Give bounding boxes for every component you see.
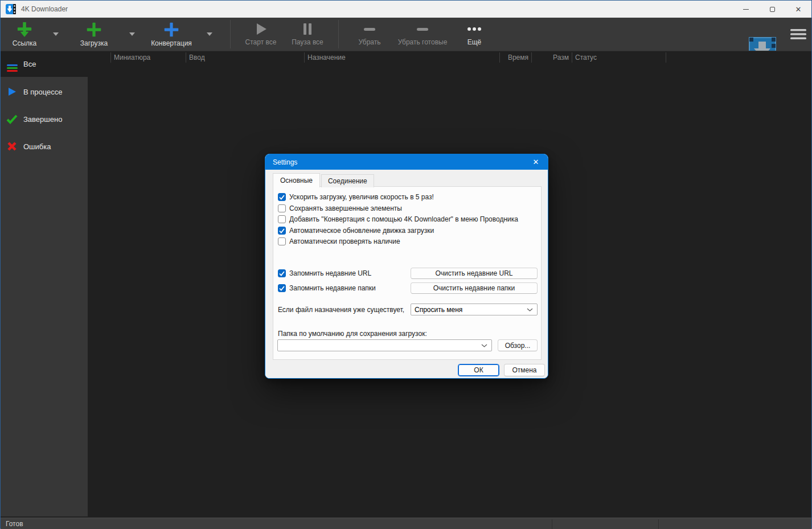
file-exists-select[interactable]: Спросить меня xyxy=(411,304,538,315)
column-header-thumbnail[interactable]: Миниатюра xyxy=(114,51,182,64)
toolbar-separator xyxy=(230,20,231,48)
default-folder-label: Папка по умолчанию для сохранения загруз… xyxy=(278,330,427,338)
error-cross-icon xyxy=(6,141,18,152)
dialog-title: Settings xyxy=(273,158,297,166)
check-icon xyxy=(279,195,285,200)
settings-dialog: Settings ✕ Основные Соединение Ускорить … xyxy=(265,154,548,379)
add-conversion-button[interactable]: Конвертация xyxy=(145,18,198,51)
checkbox-label: Добавить "Конвертация с помощью 4K Downl… xyxy=(289,215,518,223)
sidebar-item-in-progress[interactable]: В процессе xyxy=(1,81,88,102)
check-icon xyxy=(279,286,285,291)
chevron-down-icon xyxy=(207,32,212,36)
chevron-down-icon xyxy=(129,32,135,36)
dialog-tabbar: Основные Соединение xyxy=(273,173,374,187)
chevron-down-icon xyxy=(527,308,533,311)
play-icon xyxy=(253,22,268,36)
maximize-button[interactable] xyxy=(759,1,785,18)
checkbox-label: Автоматическое обновление движка загрузк… xyxy=(289,227,434,235)
column-header-input[interactable]: Ввод xyxy=(189,51,301,64)
sidebar-item-all[interactable]: Все xyxy=(1,51,88,77)
minimize-button[interactable] xyxy=(733,1,759,18)
checkbox-speed-boost[interactable] xyxy=(278,193,286,201)
remove-button[interactable]: Убрать xyxy=(347,18,392,51)
add-conversion-dropdown[interactable] xyxy=(203,18,216,51)
filter-all-icon xyxy=(6,59,18,70)
start-all-button[interactable]: Старт все xyxy=(237,18,285,51)
column-header-destination[interactable]: Назначение xyxy=(307,51,495,64)
toolbar: Ссылка Загрузка Конвертация xyxy=(1,18,811,51)
tab-connection[interactable]: Соединение xyxy=(321,174,374,187)
close-icon: ✕ xyxy=(795,5,802,14)
checkbox-row: Автоматическое обновление движка загрузк… xyxy=(278,226,434,235)
chevron-down-icon xyxy=(481,344,487,347)
minus-icon xyxy=(415,22,430,36)
add-link-button[interactable]: Ссылка xyxy=(3,18,46,51)
checkbox-keep-completed[interactable] xyxy=(278,204,286,212)
ok-button[interactable]: ОК xyxy=(458,364,499,376)
column-separator[interactable] xyxy=(499,52,500,63)
checkbox-row: Автоматически проверять наличие xyxy=(278,237,400,246)
menu-button[interactable] xyxy=(788,18,809,51)
checkbox-label: Запомнить недавние URL xyxy=(289,269,371,277)
window-controls: ✕ xyxy=(733,1,811,18)
column-separator[interactable] xyxy=(304,52,305,63)
sidebar: Все В процессе Завершено xyxy=(1,51,88,516)
add-download-button[interactable]: Загрузка xyxy=(71,18,117,51)
checkbox-row: Сохранять завершенные элементы xyxy=(278,204,402,213)
chevron-down-icon xyxy=(53,32,59,36)
minimize-icon xyxy=(743,9,749,10)
clear-recent-folders-button[interactable]: Очистить недавние папки xyxy=(411,282,538,294)
dialog-close-button[interactable]: ✕ xyxy=(528,154,543,170)
column-separator[interactable] xyxy=(531,52,532,63)
pause-all-button[interactable]: Пауза все xyxy=(285,18,330,51)
more-button[interactable]: Ещё xyxy=(456,18,493,51)
clear-recent-urls-button[interactable]: Очистить недавние URL xyxy=(411,268,538,279)
sidebar-item-label: Ошибка xyxy=(23,142,51,151)
checkbox-label: Ускорить загрузку, увеличив скорость в 5… xyxy=(289,193,434,201)
column-separator[interactable] xyxy=(666,52,666,63)
sidebar-item-completed[interactable]: Завершено xyxy=(1,109,88,129)
check-icon xyxy=(279,228,285,233)
column-header-status[interactable]: Статус xyxy=(575,51,661,64)
checkbox-row: Ускорить загрузку, увеличив скорость в 5… xyxy=(278,192,434,202)
sidebar-item-label: В процессе xyxy=(23,88,63,96)
checkbox-row: Добавить "Конвертация с помощью 4K Downl… xyxy=(278,215,518,224)
toolbar-separator xyxy=(338,20,339,48)
tab-general[interactable]: Основные xyxy=(273,173,320,187)
statusbar-separator xyxy=(658,519,659,529)
checkbox-row: Запомнить недавние URL xyxy=(278,269,371,278)
default-folder-combobox[interactable] xyxy=(277,339,492,351)
plus-icon xyxy=(163,22,179,38)
checkbox-remember-folders[interactable] xyxy=(278,284,286,292)
checkbox-explorer-menu[interactable] xyxy=(278,215,286,223)
dialog-body: Основные Соединение Ускорить загрузку, у… xyxy=(265,170,548,379)
checkbox-row: Запомнить недавние папки xyxy=(278,284,376,293)
column-header-size[interactable]: Разм xyxy=(534,51,569,64)
checkbox-label: Запомнить недавние папки xyxy=(289,284,376,292)
checkbox-remember-urls[interactable] xyxy=(278,269,286,277)
column-separator[interactable] xyxy=(110,52,111,63)
window-title: 4K Downloader xyxy=(21,5,68,13)
check-icon xyxy=(6,113,18,125)
column-separator[interactable] xyxy=(186,52,186,63)
remove-completed-button[interactable]: Убрать готовые xyxy=(395,18,450,51)
column-header-time[interactable]: Время xyxy=(502,51,528,64)
close-button[interactable]: ✕ xyxy=(785,1,811,18)
add-link-icon xyxy=(16,22,33,38)
in-progress-icon xyxy=(6,86,18,97)
hamburger-icon xyxy=(790,29,806,39)
ellipsis-icon xyxy=(467,22,482,36)
add-link-dropdown[interactable] xyxy=(50,18,62,51)
toolbar-label: Ссылка xyxy=(13,39,36,47)
checkbox-label: Автоматически проверять наличие xyxy=(289,237,400,245)
close-icon: ✕ xyxy=(533,158,539,166)
status-text: Готов xyxy=(6,520,23,528)
add-download-dropdown[interactable] xyxy=(126,18,138,51)
browse-button[interactable]: Обзор... xyxy=(498,339,538,351)
cancel-button[interactable]: Отмена xyxy=(504,364,545,376)
checkbox-auto-update-engine[interactable] xyxy=(278,227,286,235)
sidebar-item-error[interactable]: Ошибка xyxy=(1,136,88,157)
checkbox-label: Сохранять завершенные элементы xyxy=(289,204,402,212)
column-separator[interactable] xyxy=(572,52,572,63)
checkbox-auto-check[interactable] xyxy=(278,237,286,245)
